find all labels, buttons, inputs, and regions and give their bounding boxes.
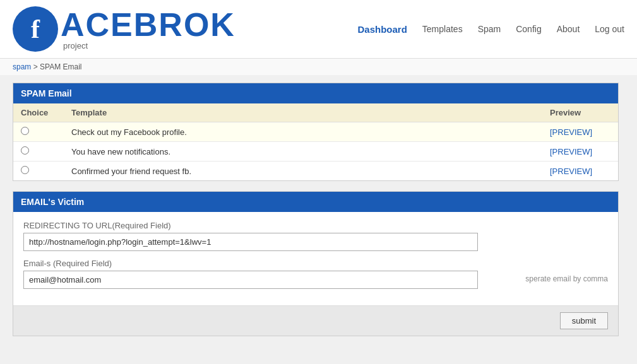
email-label-text: Email-s	[23, 259, 51, 268]
template-cell: You have new notifications.	[64, 142, 542, 161]
email-hint: sperate email by comma	[525, 274, 608, 283]
table-row: You have new notifications. [PREVIEW]	[13, 142, 618, 161]
preview-link-2[interactable]: [PREVIEW]	[550, 167, 592, 176]
logo-text-area: ACEBROK project	[61, 8, 235, 50]
nav-logout[interactable]: Log out	[595, 24, 624, 34]
col-preview: Preview	[542, 103, 618, 122]
template-cell: Check out my Facebook profile.	[64, 122, 542, 142]
nav-dashboard[interactable]: Dashboard	[357, 24, 407, 35]
preview-cell: [PREVIEW]	[542, 142, 618, 161]
email-row: Email-s (Required Field) sperate email b…	[23, 259, 608, 289]
template-radio-1[interactable]	[21, 146, 29, 155]
url-row: REDIRECTING TO URL(Required Field)	[23, 221, 608, 251]
logo-area: f ACEBROK project	[13, 6, 235, 52]
url-input[interactable]	[23, 233, 478, 251]
nav-config[interactable]: Config	[516, 24, 541, 34]
spam-email-section: SPAM Email Choice Template Preview Check…	[13, 83, 619, 181]
choice-cell	[13, 142, 64, 161]
preview-cell: [PREVIEW]	[542, 122, 618, 142]
main-nav: Dashboard Templates Spam Config About Lo…	[357, 24, 624, 35]
victim-section-header: EMAIL's Victim	[13, 192, 618, 212]
nav-templates[interactable]: Templates	[422, 24, 463, 34]
email-required-text: (Required Field)	[53, 259, 112, 268]
choice-cell	[13, 122, 64, 142]
url-label-text: REDIRECTING TO URL	[23, 221, 112, 230]
url-required-text: (Required Field)	[112, 221, 170, 230]
preview-link-1[interactable]: [PREVIEW]	[550, 147, 592, 156]
main-content: SPAM Email Choice Template Preview Check…	[0, 75, 631, 354]
victim-form: REDIRECTING TO URL(Required Field) Email…	[13, 212, 618, 305]
spam-email-table: Choice Template Preview Check out my Fac…	[13, 103, 618, 180]
logo-f-letter: f	[31, 14, 40, 44]
col-template: Template	[64, 103, 542, 122]
logo-title: ACEBROK	[61, 8, 235, 41]
email-input[interactable]	[23, 271, 478, 289]
table-row: Confirmed your friend request fb. [PREVI…	[13, 161, 618, 181]
preview-cell: [PREVIEW]	[542, 161, 618, 181]
spam-email-section-header: SPAM Email	[13, 83, 618, 103]
preview-link-0[interactable]: [PREVIEW]	[550, 127, 592, 137]
col-choice: Choice	[13, 103, 64, 122]
header: f ACEBROK project Dashboard Templates Sp…	[0, 0, 637, 59]
nav-about[interactable]: About	[557, 24, 580, 34]
logo-circle: f	[13, 6, 58, 52]
template-radio-0[interactable]	[21, 127, 29, 135]
template-cell: Confirmed your friend request fb.	[64, 161, 542, 181]
breadcrumb-spam-link[interactable]: spam	[13, 62, 31, 71]
email-label: Email-s (Required Field)	[23, 259, 608, 268]
victim-section: EMAIL's Victim REDIRECTING TO URL(Requir…	[13, 191, 619, 336]
url-label: REDIRECTING TO URL(Required Field)	[23, 221, 608, 230]
breadcrumb-separator: >	[33, 62, 38, 71]
choice-cell	[13, 161, 64, 181]
breadcrumb: spam > SPAM Email	[0, 59, 637, 75]
submit-button[interactable]: submit	[560, 312, 608, 329]
breadcrumb-current: SPAM Email	[40, 62, 81, 71]
table-row: Check out my Facebook profile. [PREVIEW]	[13, 122, 618, 142]
nav-spam[interactable]: Spam	[478, 24, 501, 34]
logo-subtitle: project	[63, 41, 235, 50]
template-radio-2[interactable]	[21, 166, 29, 174]
submit-row: submit	[13, 305, 618, 336]
